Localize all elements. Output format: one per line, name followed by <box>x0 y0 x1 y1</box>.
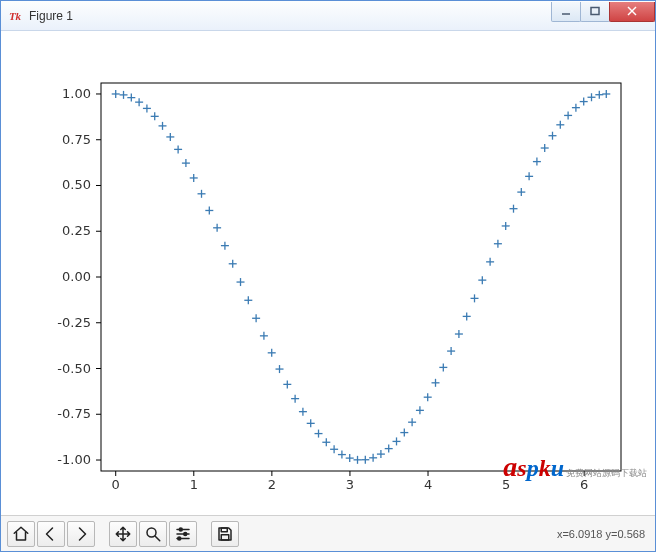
zoom-button[interactable] <box>139 521 167 547</box>
svg-text:3: 3 <box>346 477 354 492</box>
minimize-button[interactable] <box>551 2 581 22</box>
svg-text:-0.50: -0.50 <box>57 361 91 376</box>
svg-text:6: 6 <box>580 477 588 492</box>
svg-rect-174 <box>221 534 229 539</box>
window-controls <box>552 2 655 22</box>
svg-text:-0.75: -0.75 <box>57 406 91 421</box>
matplotlib-toolbar: x=6.0918 y=0.568 <box>1 515 655 551</box>
svg-text:4: 4 <box>424 477 432 492</box>
svg-point-165 <box>147 528 156 537</box>
figure-window: Tk Figure 1 0123456-1.00-0.75-0.50-0.250… <box>0 0 656 552</box>
svg-text:2: 2 <box>268 477 276 492</box>
svg-text:0.25: 0.25 <box>62 223 91 238</box>
plot-area[interactable]: 0123456-1.00-0.75-0.50-0.250.000.250.500… <box>1 31 655 515</box>
svg-rect-4 <box>101 83 621 471</box>
svg-rect-1 <box>591 8 599 15</box>
svg-text:5: 5 <box>502 477 510 492</box>
scatter-plot: 0123456-1.00-0.75-0.50-0.250.000.250.500… <box>1 31 655 515</box>
svg-text:0.50: 0.50 <box>62 177 91 192</box>
svg-point-171 <box>184 532 187 535</box>
maximize-button[interactable] <box>580 2 610 22</box>
titlebar[interactable]: Tk Figure 1 <box>1 1 655 31</box>
svg-line-166 <box>155 536 160 541</box>
save-button[interactable] <box>211 521 239 547</box>
back-button[interactable] <box>37 521 65 547</box>
svg-text:1.00: 1.00 <box>62 86 91 101</box>
svg-rect-173 <box>221 528 227 532</box>
svg-text:-0.25: -0.25 <box>57 315 91 330</box>
coordinate-readout: x=6.0918 y=0.568 <box>557 528 645 540</box>
svg-point-170 <box>179 528 182 531</box>
forward-button[interactable] <box>67 521 95 547</box>
svg-text:1: 1 <box>190 477 198 492</box>
svg-point-172 <box>178 537 181 540</box>
configure-subplots-button[interactable] <box>169 521 197 547</box>
svg-text:-1.00: -1.00 <box>57 452 91 467</box>
tk-icon: Tk <box>7 8 23 24</box>
pan-button[interactable] <box>109 521 137 547</box>
close-button[interactable] <box>609 2 655 22</box>
window-title: Figure 1 <box>29 9 552 23</box>
svg-text:0.75: 0.75 <box>62 132 91 147</box>
svg-text:0: 0 <box>112 477 120 492</box>
svg-text:0.00: 0.00 <box>62 269 91 284</box>
home-button[interactable] <box>7 521 35 547</box>
